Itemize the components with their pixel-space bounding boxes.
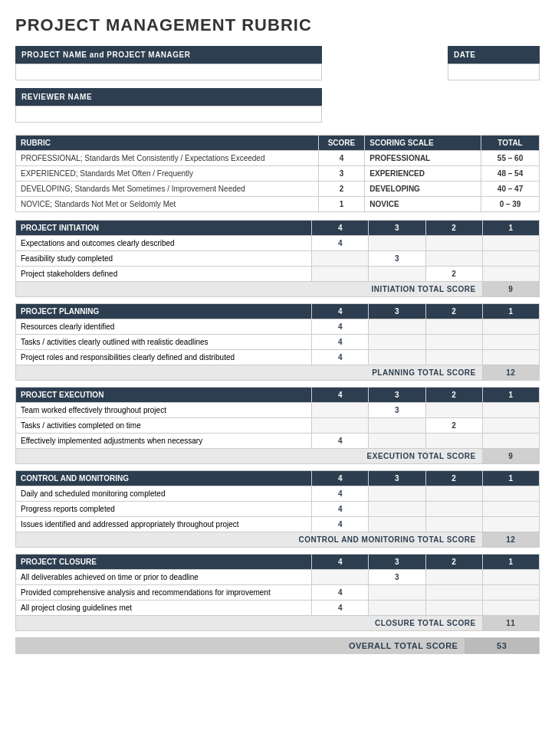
col-header-4: 4 <box>312 304 369 319</box>
cell-empty <box>369 319 425 335</box>
project-name-block: PROJECT NAME and PROJECT MANAGER <box>15 46 322 80</box>
cell-empty <box>482 502 539 517</box>
header-section: PROJECT NAME and PROJECT MANAGER DATE <box>15 46 540 80</box>
row-rubric-text: Project stakeholders defined <box>16 267 312 282</box>
cell-empty <box>482 585 539 601</box>
scale-total: 0 – 39 <box>481 197 540 212</box>
overall-label: OVERALL TOTAL SCORE <box>16 638 465 654</box>
date-input[interactable] <box>448 64 540 80</box>
section-total-row: INITIATION TOTAL SCORE 9 <box>16 282 540 297</box>
section-total-row: PLANNING TOTAL SCORE 12 <box>16 365 540 381</box>
scale-col-header: SCORING SCALE <box>365 136 481 151</box>
col-header-3: 3 <box>369 221 425 236</box>
section-data-row: Tasks / activities completed on time 2 <box>16 418 540 434</box>
cell-empty <box>482 418 539 434</box>
rubric-score: 1 <box>318 197 365 212</box>
rubric-text: PROFESSIONAL; Standards Met Consistently… <box>16 151 319 166</box>
row-rubric-text: Daily and scheduled monitoring completed <box>16 486 312 502</box>
cell-score: 4 <box>312 486 369 502</box>
scale-total: 48 – 54 <box>481 166 540 182</box>
cell-empty <box>425 601 482 616</box>
section-table: PROJECT EXECUTION 4 3 2 1 Team worked ef… <box>15 387 540 464</box>
reviewer-input[interactable] <box>15 106 322 123</box>
rubric-text: NOVICE; Standards Not Met or Seldomly Me… <box>16 197 319 212</box>
rubric-score: 2 <box>318 182 365 197</box>
cell-empty <box>425 350 482 365</box>
section-total-row: CLOSURE TOTAL SCORE 11 <box>16 616 540 631</box>
rubric-scale-table: RUBRIC SCORE SCORING SCALE TOTAL PROFESS… <box>15 135 540 212</box>
col-header-4: 4 <box>312 555 369 570</box>
cell-empty <box>425 486 482 502</box>
cell-empty <box>312 418 369 434</box>
cell-empty <box>369 434 425 449</box>
row-rubric-text: Feasibility study completed <box>16 251 312 267</box>
project-name-label: PROJECT NAME and PROJECT MANAGER <box>15 46 322 64</box>
total-score: 9 <box>482 449 539 464</box>
cell-empty <box>482 570 539 585</box>
cell-empty <box>425 403 482 418</box>
col-header-1: 1 <box>482 221 539 236</box>
section-data-row: All deliverables achieved on time or pri… <box>16 570 540 585</box>
scale-name: EXPERIENCED <box>365 166 481 182</box>
cell-empty <box>482 486 539 502</box>
col-header-3: 3 <box>369 388 425 403</box>
section-data-row: Expectations and outcomes clearly descri… <box>16 236 540 251</box>
section-header: PROJECT PLANNING 4 3 2 1 <box>16 304 540 319</box>
cell-empty <box>425 236 482 251</box>
cell-score: 3 <box>369 570 425 585</box>
section-name: PROJECT EXECUTION <box>16 388 312 403</box>
cell-empty <box>425 585 482 601</box>
reviewer-block: REVIEWER NAME <box>15 88 322 123</box>
cell-empty <box>369 601 425 616</box>
cell-empty <box>482 267 539 282</box>
row-rubric-text: Tasks / activities clearly outlined with… <box>16 335 312 350</box>
section-data-row: Daily and scheduled monitoring completed… <box>16 486 540 502</box>
overall-score: 53 <box>465 638 540 654</box>
section-header: PROJECT EXECUTION 4 3 2 1 <box>16 388 540 403</box>
col-header-4: 4 <box>312 221 369 236</box>
cell-empty <box>369 418 425 434</box>
col-header-1: 1 <box>482 304 539 319</box>
cell-empty <box>369 335 425 350</box>
total-label: CONTROL AND MONITORING TOTAL SCORE <box>16 532 483 548</box>
cell-score: 4 <box>312 601 369 616</box>
col-header-2: 2 <box>425 221 482 236</box>
total-score: 12 <box>482 532 539 548</box>
cell-empty <box>425 251 482 267</box>
cell-score: 2 <box>425 267 482 282</box>
row-rubric-text: Effectively implemented adjustments when… <box>16 434 312 449</box>
section-name: PROJECT INITIATION <box>16 221 312 236</box>
section-data-row: Tasks / activities clearly outlined with… <box>16 335 540 350</box>
section-data-row: Project roles and responsibilities clear… <box>16 350 540 365</box>
col-header-4: 4 <box>312 471 369 486</box>
cell-empty <box>369 486 425 502</box>
rubric-text: EXPERIENCED; Standards Met Often / Frequ… <box>16 166 319 182</box>
rubric-score: 3 <box>318 166 365 182</box>
total-label: PLANNING TOTAL SCORE <box>16 365 483 381</box>
cell-score: 4 <box>312 502 369 517</box>
section-data-row: Team worked effectively throughout proje… <box>16 403 540 418</box>
row-rubric-text: Expectations and outcomes clearly descri… <box>16 236 312 251</box>
section-data-row: Project stakeholders defined 2 <box>16 267 540 282</box>
col-header-1: 1 <box>482 388 539 403</box>
section-data-row: Issues identified and addressed appropri… <box>16 517 540 532</box>
cell-empty <box>312 403 369 418</box>
date-label: DATE <box>448 46 540 64</box>
cell-score: 4 <box>312 236 369 251</box>
col-header-3: 3 <box>369 471 425 486</box>
cell-empty <box>482 517 539 532</box>
overall-total-row: OVERALL TOTAL SCORE 53 <box>16 638 540 654</box>
cell-empty <box>369 517 425 532</box>
total-score: 12 <box>482 365 539 381</box>
col-header-2: 2 <box>425 555 482 570</box>
cell-empty <box>425 502 482 517</box>
scale-name: PROFESSIONAL <box>365 151 481 166</box>
cell-score: 4 <box>312 335 369 350</box>
sections-container: PROJECT INITIATION 4 3 2 1 Expectations … <box>15 220 540 631</box>
cell-empty <box>369 502 425 517</box>
project-name-input[interactable] <box>15 64 322 80</box>
col-header-1: 1 <box>482 555 539 570</box>
cell-score: 2 <box>425 418 482 434</box>
col-header-4: 4 <box>312 388 369 403</box>
cell-empty <box>482 601 539 616</box>
